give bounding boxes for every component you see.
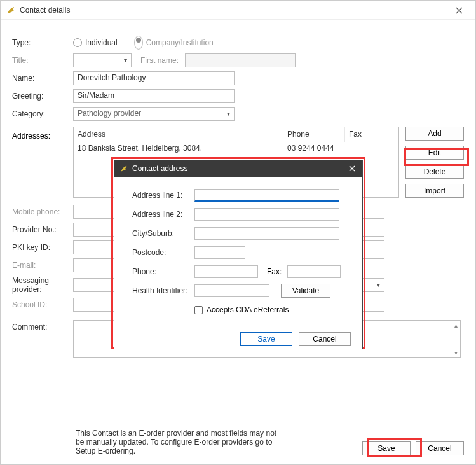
messaging-label-2: provider: [12,285,73,294]
fax-input[interactable] [287,265,341,278]
footer-note: This Contact is an E-order provider and … [12,429,279,455]
modal-body: Address line 1: Address line 2: City/Sub… [114,177,362,328]
scroll-up-icon[interactable]: ▴ [454,322,458,329]
window-close-button[interactable] [446,3,472,17]
delete-button[interactable]: Delete [405,165,464,179]
modal-close-button[interactable] [346,163,358,174]
footer-save-button[interactable]: Save [362,441,411,455]
fax-label: Fax: [267,267,287,276]
category-value: Pathology provider [78,109,141,118]
modal-cancel-button[interactable]: Cancel [299,332,351,346]
messaging-label-1: Messaging [12,276,73,285]
phone-label: Phone: [132,267,194,276]
add-button[interactable]: Add [405,127,464,141]
name-input[interactable]: Dorevitch Pathology [73,71,235,85]
greeting-input[interactable]: Sir/Madam [73,89,235,103]
contact-details-window: Contact details Type: Individual Company… [0,0,476,465]
city-label: City/Suburb: [132,229,194,238]
modal-titlebar: Contact address [114,160,362,177]
type-label: Type: [12,38,73,47]
addresses-label: Addresses: [12,127,73,198]
col-address-header[interactable]: Address [74,127,283,142]
chevron-down-icon: ▾ [377,281,380,288]
titlebar: Contact details [1,1,475,20]
address-buttons: Add Edit Delete Import [405,127,464,198]
modal-buttons: Save Cancel [114,328,362,349]
school-label: School ID: [12,300,73,309]
modal-save-button[interactable]: Save [240,332,292,346]
table-row[interactable]: 18 Banksia Street, Heidelberg, 3084. 03 … [74,142,398,156]
radio-individual[interactable] [73,38,82,47]
window-title: Contact details [20,6,70,15]
firstname-label: First name: [140,56,185,65]
cell-fax [345,142,398,156]
postcode-label: Postcode: [132,248,194,257]
addr1-label: Address line 1: [132,191,194,200]
provider-label: Provider No.: [12,225,73,234]
accepts-checkbox[interactable] [194,306,203,314]
postcode-input[interactable] [194,246,245,259]
col-phone-header[interactable]: Phone [283,127,345,142]
greeting-label: Greeting: [12,92,73,101]
healthid-input[interactable] [194,284,269,297]
chevron-down-icon: ▾ [227,110,230,117]
email-label: E-mail: [12,261,73,270]
addr2-label: Address line 2: [132,210,194,219]
col-fax-header[interactable]: Fax [345,127,398,142]
import-button[interactable]: Import [405,184,464,198]
comment-label: Comment: [12,320,73,331]
chevron-down-icon: ▾ [124,57,127,64]
cell-address: 18 Banksia Street, Heidelberg, 3084. [74,142,283,156]
radio-company[interactable] [134,36,143,50]
modal-title: Contact address [132,164,187,173]
footer: This Contact is an E-order provider and … [12,429,464,455]
firstname-input[interactable] [185,53,296,67]
mobile-label: Mobile phone: [12,207,73,216]
cell-phone: 03 9244 0444 [283,142,345,156]
footer-cancel-button[interactable]: Cancel [416,441,464,455]
accepts-label[interactable]: Accepts CDA eReferrals [207,305,289,314]
healthid-label: Health Identifier: [132,286,194,295]
radio-company-label[interactable]: Company/Institution [146,38,214,47]
app-icon [119,164,128,173]
grid-header: Address Phone Fax [74,127,398,142]
pki-label: PKI key ID: [12,243,73,252]
city-input[interactable] [194,227,339,240]
title-select[interactable]: ▾ [73,53,132,67]
edit-button[interactable]: Edit [405,146,464,160]
app-icon [6,5,16,15]
contact-address-dialog: Contact address Address line 1: Address … [114,160,363,349]
validate-button[interactable]: Validate [281,284,330,298]
addr1-input[interactable] [194,189,339,202]
phone-input[interactable] [194,265,258,278]
scroll-down-icon[interactable]: ▾ [454,349,458,356]
category-label: Category: [12,109,73,118]
name-label: Name: [12,74,73,83]
category-select[interactable]: Pathology provider ▾ [73,107,235,121]
addr2-input[interactable] [194,208,339,221]
title-label: Title: [12,56,73,65]
radio-individual-label[interactable]: Individual [85,38,118,47]
